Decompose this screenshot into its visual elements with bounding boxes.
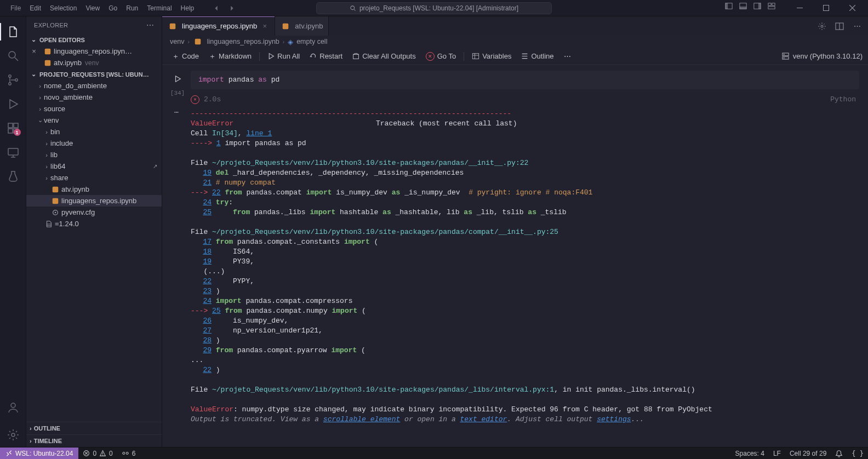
layout-toggle-left-icon[interactable] <box>722 0 735 12</box>
project-header[interactable]: ⌄ PROJETO_REQUESTS [WSL: UBUN… <box>26 68 162 80</box>
remote-indicator[interactable]: WSL: Ubuntu-22.04 <box>0 447 78 459</box>
line-link[interactable]: 19 <box>203 257 212 266</box>
line-link[interactable]: 29 <box>203 346 212 354</box>
open-editor-item[interactable]: atv.ipynb venv <box>26 57 162 68</box>
sidebar-more-icon[interactable]: ⋯ <box>146 21 154 30</box>
breadcrumb-segment[interactable]: venv <box>170 38 184 45</box>
open-editors-header[interactable]: ⌄ OPEN EDITORS <box>26 34 162 45</box>
notifications-icon[interactable] <box>831 450 847 457</box>
activity-extensions-icon[interactable]: 1 <box>0 116 26 140</box>
tree-row[interactable]: ›include <box>26 137 162 149</box>
command-center[interactable]: projeto_Requests [WSL: Ubuntu-22.04] [Ad… <box>316 2 552 14</box>
activity-explorer-icon[interactable] <box>0 20 26 44</box>
line-link[interactable]: 21 <box>203 179 212 187</box>
gear-icon[interactable] <box>816 21 827 32</box>
line-link[interactable]: 25 <box>212 307 221 315</box>
line-link[interactable]: 22 <box>212 188 221 197</box>
line-link[interactable]: 22 <box>203 277 212 285</box>
line-link[interactable]: line 1 <box>246 129 272 137</box>
run-cell-button[interactable] <box>172 73 184 85</box>
line-link[interactable]: 28 <box>203 336 212 345</box>
window-minimize-icon[interactable] <box>787 0 812 16</box>
line-link[interactable]: 17 <box>203 238 212 246</box>
ports-indicator[interactable]: 6 <box>117 447 140 459</box>
tree-row[interactable]: ⌄venv <box>26 114 162 126</box>
menu-help[interactable]: Help <box>177 2 198 14</box>
goto-button[interactable]: ✕Go To <box>421 50 460 63</box>
variables-button[interactable]: Variables <box>467 50 516 62</box>
tab-atv[interactable]: atv.ipynb <box>275 16 329 36</box>
line-link[interactable]: 22 <box>203 366 212 374</box>
line-link[interactable]: 26 <box>203 317 212 325</box>
layout-toggle-right-icon[interactable] <box>751 0 764 12</box>
line-link[interactable]: 25 <box>203 208 212 216</box>
tree-row[interactable]: ›lib <box>26 149 162 160</box>
line-link[interactable]: 19 <box>203 169 212 177</box>
open-editor-item[interactable]: × linguagens_repos.ipyn… <box>26 45 162 57</box>
tree-row[interactable]: ›nome_do_ambiente <box>26 80 162 91</box>
line-link[interactable]: 24 <box>203 297 212 305</box>
add-code-button[interactable]: ＋Code <box>168 49 203 64</box>
menu-file[interactable]: File <box>7 2 25 14</box>
close-icon[interactable]: × <box>30 47 38 55</box>
tree-row[interactable]: atv.ipynb <box>26 183 162 195</box>
scrollable-link[interactable]: scrollable element <box>323 415 400 423</box>
cell-more-icon[interactable]: ⋯ <box>167 107 189 118</box>
window-close-icon[interactable] <box>840 0 865 16</box>
clear-outputs-button[interactable]: Clear All Outputs <box>348 50 420 62</box>
tree-row[interactable]: ›share <box>26 172 162 183</box>
activity-accounts-icon[interactable] <box>0 395 26 420</box>
tree-row[interactable]: =1.24.0 <box>26 218 162 230</box>
breadcrumb[interactable]: venv › linguagens_repos.ipynb › ◈ empty … <box>162 36 868 48</box>
outline-header[interactable]: › OUTLINE <box>26 422 162 434</box>
outline-button[interactable]: Outline <box>517 50 558 62</box>
cell-language[interactable]: Python <box>830 95 859 105</box>
menu-selection[interactable]: Selection <box>46 2 81 14</box>
text-editor-link[interactable]: text editor <box>460 415 507 423</box>
line-link[interactable]: 27 <box>203 326 212 335</box>
activity-remote-explorer-icon[interactable] <box>0 140 26 164</box>
line-link[interactable]: 23 <box>203 287 212 295</box>
code-input[interactable]: import pandas as pd <box>191 71 859 89</box>
activity-testing-icon[interactable] <box>0 164 26 188</box>
tree-row[interactable]: pyvenv.cfg <box>26 206 162 218</box>
add-markdown-button[interactable]: ＋Markdown <box>204 49 256 64</box>
breadcrumb-segment[interactable]: linguagens_repos.ipynb <box>207 38 279 45</box>
nav-back-icon[interactable] <box>210 2 223 15</box>
indent-indicator[interactable]: Spaces: 4 <box>731 450 769 457</box>
activity-run-debug-icon[interactable] <box>0 92 26 116</box>
nav-forward-icon[interactable] <box>225 2 238 15</box>
window-maximize-icon[interactable] <box>813 0 838 16</box>
notebook-body[interactable]: [34] ⋯ import pandas as pd ✕ 2.0s Python… <box>162 65 868 447</box>
tree-row[interactable]: ›source <box>26 103 162 114</box>
split-editor-icon[interactable] <box>834 21 845 32</box>
restart-button[interactable]: Restart <box>305 50 347 62</box>
breadcrumb-segment[interactable]: empty cell <box>296 38 327 45</box>
tab-linguagens[interactable]: linguagens_repos.ipynb × <box>162 16 275 36</box>
cell-position[interactable]: Cell 29 of 29 <box>785 450 831 457</box>
tree-row[interactable]: ›novo_ambiente <box>26 91 162 103</box>
line-link[interactable]: 1 <box>216 139 221 147</box>
tree-row[interactable]: ›bin <box>26 126 162 137</box>
timeline-header[interactable]: › TIMELINE <box>26 434 162 447</box>
line-link[interactable]: 18 <box>203 248 212 256</box>
line-link[interactable]: 24 <box>203 198 212 206</box>
menu-edit[interactable]: Edit <box>26 2 45 14</box>
tree-row[interactable]: linguagens_repos.ipynb <box>26 195 162 206</box>
menu-view[interactable]: View <box>82 2 104 14</box>
more-icon[interactable]: ⋯ <box>852 21 863 32</box>
menu-terminal[interactable]: Terminal <box>143 2 175 14</box>
activity-source-control-icon[interactable] <box>0 68 26 92</box>
settings-link[interactable]: settings <box>597 415 631 423</box>
activity-settings-icon[interactable] <box>0 423 26 447</box>
braces-icon[interactable]: { } <box>847 450 868 457</box>
toolbar-more-icon[interactable]: ⋯ <box>559 50 575 62</box>
close-icon[interactable]: × <box>260 22 269 30</box>
activity-search-icon[interactable] <box>0 44 26 68</box>
customize-layout-icon[interactable] <box>765 0 778 12</box>
menu-go[interactable]: Go <box>105 2 121 14</box>
run-all-button[interactable]: Run All <box>263 50 304 62</box>
kernel-selector[interactable]: venv (Python 3.10.12) <box>781 52 863 60</box>
eol-indicator[interactable]: LF <box>769 450 785 457</box>
layout-toggle-bottom-icon[interactable] <box>736 0 750 12</box>
